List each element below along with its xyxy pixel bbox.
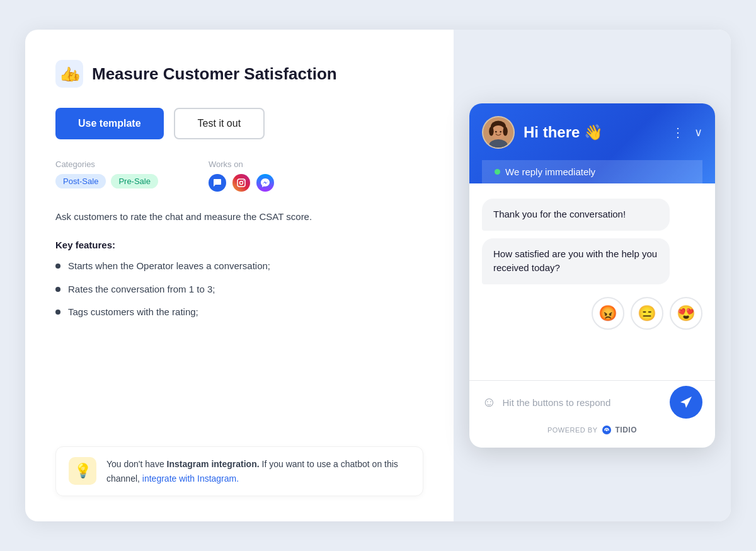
- tags-container: Post-Sale Pre-Sale: [55, 174, 158, 188]
- emoji-angry-button[interactable]: 😡: [592, 297, 624, 330]
- right-panel: Hi there 👋 ⋮ ∨ We reply immediately Than…: [454, 30, 731, 521]
- bullet-icon: [55, 264, 60, 269]
- more-options-icon[interactable]: ⋮: [672, 125, 685, 140]
- chat-footer: ☺ Hit the buttons to respond POWERED BY: [469, 386, 715, 448]
- meta-row: Categories Post-Sale Pre-Sale Works on: [55, 160, 423, 192]
- powered-by: POWERED BY TIDIO: [482, 425, 702, 435]
- svg-point-16: [605, 429, 607, 431]
- chat-bubble-1: Thank you for the conversation!: [482, 199, 670, 231]
- chat-header: Hi there 👋 ⋮ ∨ We reply immediately: [469, 103, 715, 183]
- bullet-icon: [55, 287, 60, 292]
- platform-icons: [209, 174, 274, 192]
- svg-point-14: [500, 131, 501, 133]
- use-template-button[interactable]: Use template: [55, 108, 164, 139]
- list-item: Starts when the Operator leaves a conver…: [55, 259, 423, 274]
- test-it-out-button[interactable]: Test it out: [174, 108, 265, 139]
- svg-rect-12: [491, 142, 505, 149]
- info-banner: 💡 You don't have Instagram integration. …: [55, 446, 423, 496]
- platform-chat-icon: [209, 174, 226, 192]
- thumbs-up-icon: 👍 👍: [55, 60, 83, 88]
- buttons-row: Use template Test it out: [55, 108, 423, 139]
- list-item: Rates the conversation from 1 to 3;: [55, 282, 423, 297]
- tidio-brand-name: TIDIO: [616, 426, 638, 434]
- main-card: 👍 👍 Measure Customer Satisfaction Use te…: [25, 30, 731, 521]
- info-icon: 💡: [69, 457, 96, 485]
- bullet-icon: [55, 310, 60, 315]
- platform-instagram-icon: [232, 174, 250, 192]
- info-text-bold: Instagram integration.: [167, 459, 260, 469]
- svg-point-13: [495, 131, 497, 133]
- emoji-love-button[interactable]: 😍: [670, 297, 702, 330]
- platform-messenger-icon: [256, 174, 274, 192]
- status-dot: [495, 169, 500, 175]
- svg-point-4: [239, 182, 243, 185]
- svg-point-5: [243, 180, 244, 182]
- svg-point-9: [489, 127, 493, 136]
- chat-bubble-2: How satisfied are you with the help you …: [482, 238, 670, 284]
- svg-point-10: [503, 127, 507, 136]
- emoji-buttons: 😡 😑 😍: [592, 297, 702, 330]
- chat-header-top: Hi there 👋 ⋮ ∨: [482, 116, 702, 149]
- categories-label: Categories: [55, 160, 158, 169]
- chat-input-placeholder: Hit the buttons to respond: [502, 392, 663, 413]
- left-panel: 👍 👍 Measure Customer Satisfaction Use te…: [25, 30, 454, 521]
- feature-text: Rates the conversation from 1 to 3;: [68, 282, 215, 297]
- feature-text: Tags customers with the rating;: [68, 305, 198, 320]
- wave-emoji: 👋: [584, 124, 603, 141]
- chat-divider: [469, 380, 715, 381]
- title-row: 👍 👍 Measure Customer Satisfaction: [55, 60, 423, 88]
- categories-block: Categories Post-Sale Pre-Sale: [55, 160, 158, 188]
- status-text: We reply immediately: [505, 166, 595, 177]
- avatar: [482, 116, 515, 149]
- works-on-block: Works on: [209, 160, 274, 192]
- features-list: Starts when the Operator leaves a conver…: [55, 259, 423, 320]
- chevron-down-icon[interactable]: ∨: [694, 125, 702, 139]
- info-text: You don't have Instagram integration. If…: [106, 457, 410, 485]
- chat-title: Hi there 👋: [524, 124, 663, 141]
- works-on-label: Works on: [209, 160, 274, 169]
- chat-body: Thank you for the conversation! How sati…: [469, 183, 715, 373]
- svg-rect-3: [238, 179, 245, 187]
- tag-post-sale: Post-Sale: [55, 174, 106, 188]
- send-button[interactable]: [670, 386, 702, 419]
- svg-text:👍: 👍: [68, 69, 81, 81]
- emoji-picker-icon[interactable]: ☺: [482, 394, 496, 410]
- feature-text: Starts when the Operator leaves a conver…: [68, 259, 270, 274]
- list-item: Tags customers with the rating;: [55, 305, 423, 320]
- chat-widget: Hi there 👋 ⋮ ∨ We reply immediately Than…: [469, 103, 715, 448]
- send-icon: [679, 395, 693, 409]
- chat-header-actions: ⋮ ∨: [672, 125, 702, 140]
- page-title: Measure Customer Satisfaction: [92, 64, 337, 84]
- info-link[interactable]: integrate with Instagram.: [142, 473, 239, 484]
- description: Ask customers to rate the chat and measu…: [55, 209, 423, 224]
- chat-input-row: ☺ Hit the buttons to respond: [482, 386, 702, 419]
- chat-title-text: Hi there: [524, 124, 580, 141]
- powered-by-text: POWERED BY: [547, 426, 598, 434]
- emoji-neutral-button[interactable]: 😑: [631, 297, 663, 330]
- tidio-logo-icon: [602, 425, 612, 435]
- key-features-title: Key features:: [55, 240, 423, 250]
- tag-pre-sale: Pre-Sale: [111, 174, 158, 188]
- info-text-plain: You don't have: [106, 459, 167, 469]
- status-bar: We reply immediately: [482, 160, 702, 183]
